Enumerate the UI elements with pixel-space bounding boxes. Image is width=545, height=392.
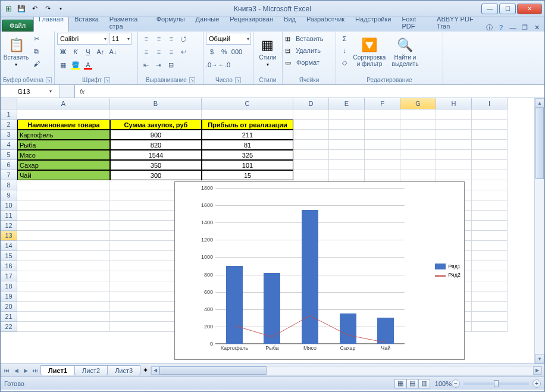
cell-I21[interactable] <box>472 312 508 322</box>
normal-view-button[interactable]: ▦ <box>394 379 406 388</box>
scroll-right-button[interactable]: ▶ <box>533 366 541 375</box>
decrease-decimal-button[interactable]: ←.0 <box>218 59 230 71</box>
bold-button[interactable]: Ж <box>57 46 69 58</box>
fx-button[interactable]: fx <box>75 88 89 95</box>
percent-button[interactable]: % <box>218 46 230 58</box>
orientation-button[interactable]: ⭯ <box>178 33 190 45</box>
cell-I12[interactable] <box>472 221 508 231</box>
sheet-nav-last[interactable]: ⏭ <box>30 366 40 375</box>
increase-decimal-button[interactable]: .0→ <box>206 59 218 71</box>
cell-A15[interactable] <box>17 251 110 261</box>
undo-button[interactable]: ↶ <box>29 4 40 14</box>
worksheet-grid[interactable]: ABCDEFGHI 123456789101112131415161718192… <box>1 98 544 363</box>
cell-A18[interactable] <box>17 281 110 291</box>
sheet-nav-prev[interactable]: ◀ <box>11 366 21 375</box>
decrease-indent-button[interactable]: ⇤ <box>140 59 152 71</box>
cell-I1[interactable] <box>472 109 508 120</box>
col-header-E[interactable]: E <box>329 98 365 109</box>
horizontal-scrollbar[interactable]: ◀ ▶ <box>151 366 542 375</box>
cell-I8[interactable] <box>472 180 508 190</box>
cell-E6[interactable] <box>329 160 365 170</box>
wb-minimize-icon[interactable]: — <box>509 23 517 32</box>
page-layout-view-button[interactable]: ▤ <box>406 379 418 388</box>
qat-customize-icon[interactable]: ▾ <box>55 4 66 14</box>
cell-H2[interactable] <box>436 120 472 130</box>
cell-G6[interactable] <box>400 160 436 170</box>
paste-button[interactable]: 📋 Вставить ▾ <box>3 33 29 72</box>
cell-I14[interactable] <box>472 241 508 251</box>
zoom-slider[interactable] <box>463 382 529 385</box>
cell-A9[interactable] <box>17 190 110 200</box>
merge-button[interactable]: ⊟ <box>165 59 177 71</box>
cell-E2[interactable] <box>329 120 365 130</box>
select-all-corner[interactable] <box>1 98 17 109</box>
font-color-button[interactable]: A <box>82 59 94 71</box>
cell-B6[interactable]: 350 <box>110 160 202 170</box>
find-select-button[interactable]: 🔍 Найти и выделить <box>389 33 422 72</box>
cell-I16[interactable] <box>472 261 508 271</box>
cell-I7[interactable] <box>472 170 508 180</box>
fill-button[interactable]: ↓ <box>339 45 350 57</box>
cell-B7[interactable]: 300 <box>110 170 202 180</box>
cell-I4[interactable] <box>472 140 508 150</box>
cell-I22[interactable] <box>472 322 508 332</box>
align-right-button[interactable]: ≡ <box>165 46 177 58</box>
font-launcher-icon[interactable]: ↘ <box>104 77 110 83</box>
cell-G5[interactable] <box>400 150 436 160</box>
cell-E3[interactable] <box>329 130 365 140</box>
cell-G1[interactable] <box>400 109 436 120</box>
cell-A22[interactable] <box>17 322 110 332</box>
currency-button[interactable]: $ <box>206 46 218 58</box>
cell-H4[interactable] <box>436 140 472 150</box>
cell-E4[interactable] <box>329 140 365 150</box>
col-header-D[interactable]: D <box>293 98 329 109</box>
cell-G3[interactable] <box>400 130 436 140</box>
row-header-17[interactable]: 17 <box>1 271 17 281</box>
cell-B2[interactable]: Сумма закупок, руб <box>110 120 202 130</box>
maximize-button[interactable]: ☐ <box>499 4 516 14</box>
cell-C1[interactable] <box>202 109 293 120</box>
clear-button[interactable]: ◇ <box>339 57 350 68</box>
sheet-tab-Лист1[interactable]: Лист1 <box>40 365 75 375</box>
minimize-button[interactable]: — <box>481 4 498 14</box>
horizontal-scroll-thumb[interactable] <box>159 366 267 375</box>
row-header-11[interactable]: 11 <box>1 211 17 221</box>
cell-D2[interactable] <box>293 120 329 130</box>
cell-A16[interactable] <box>17 261 110 271</box>
align-launcher-icon[interactable]: ↘ <box>189 77 195 83</box>
cell-A2[interactable]: Наименование товара <box>17 120 110 130</box>
row-header-18[interactable]: 18 <box>1 281 17 291</box>
cell-B3[interactable]: 900 <box>110 130 202 140</box>
formula-input[interactable] <box>89 88 544 95</box>
cell-F2[interactable] <box>365 120 400 130</box>
redo-button[interactable]: ↷ <box>42 4 53 14</box>
wb-close-icon[interactable]: ✕ <box>533 23 541 32</box>
cell-C2[interactable]: Прибыль от реализации <box>202 120 293 130</box>
grow-font-button[interactable]: A↑ <box>95 46 107 58</box>
cell-F6[interactable] <box>365 160 400 170</box>
wb-restore-icon[interactable]: ❐ <box>521 23 529 32</box>
sheet-nav-first[interactable]: ⏮ <box>2 366 11 375</box>
clipboard-launcher-icon[interactable]: ↘ <box>46 77 52 83</box>
cell-H3[interactable] <box>436 130 472 140</box>
vertical-scroll-thumb[interactable] <box>535 108 544 179</box>
name-box[interactable]: ▾ <box>1 85 60 98</box>
cell-A19[interactable] <box>17 291 110 302</box>
embedded-chart[interactable]: 020040060080010001200140016001800Картофе… <box>174 181 465 360</box>
cell-F5[interactable] <box>365 150 400 160</box>
col-header-B[interactable]: B <box>110 98 202 109</box>
cell-I13[interactable] <box>472 231 508 241</box>
sheet-tab-Лист3[interactable]: Лист3 <box>107 365 140 375</box>
new-sheet-button[interactable]: ✦ <box>143 366 148 374</box>
cell-I6[interactable] <box>472 160 508 170</box>
cell-I2[interactable] <box>472 120 508 130</box>
row-header-22[interactable]: 22 <box>1 322 17 332</box>
increase-indent-button[interactable]: ⇥ <box>153 59 165 71</box>
cell-H6[interactable] <box>436 160 472 170</box>
cell-A4[interactable]: Рыба <box>17 140 110 150</box>
chart-legend[interactable]: Ряд1Ряд2 <box>435 261 461 280</box>
cell-G7[interactable] <box>400 170 436 180</box>
row-header-1[interactable]: 1 <box>1 109 17 120</box>
row-header-4[interactable]: 4 <box>1 140 17 150</box>
cell-A13[interactable] <box>17 231 110 241</box>
